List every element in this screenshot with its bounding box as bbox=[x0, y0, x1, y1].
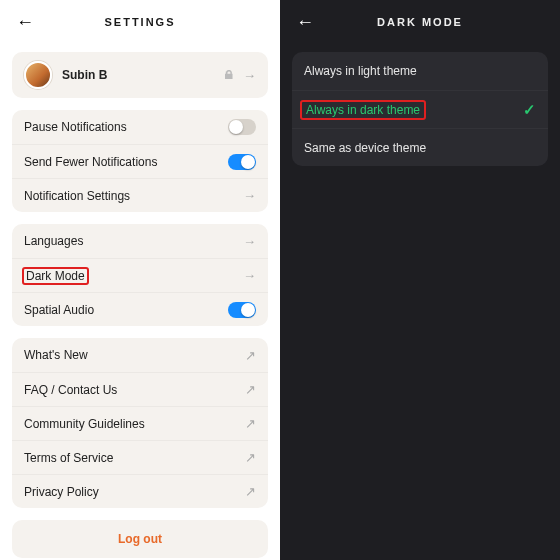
languages-row[interactable]: Languages → bbox=[12, 224, 268, 258]
settings-screen: ← SETTINGS Subin B 🔒︎ → Pause Notificati… bbox=[0, 0, 280, 560]
option-light-theme[interactable]: Always in light theme bbox=[292, 52, 548, 90]
settings-title: SETTINGS bbox=[0, 16, 280, 28]
links-group: What's New ↗ FAQ / Contact Us ↗ Communit… bbox=[12, 338, 268, 508]
whats-new-row[interactable]: What's New ↗ bbox=[12, 338, 268, 372]
external-link-icon: ↗ bbox=[245, 382, 256, 397]
pause-notifications-toggle[interactable] bbox=[228, 119, 256, 135]
notifications-group: Pause Notifications Send Fewer Notificat… bbox=[12, 110, 268, 212]
faq-row[interactable]: FAQ / Contact Us ↗ bbox=[12, 372, 268, 406]
guidelines-row[interactable]: Community Guidelines ↗ bbox=[12, 406, 268, 440]
check-icon: ✓ bbox=[523, 101, 536, 119]
row-label: FAQ / Contact Us bbox=[24, 383, 245, 397]
notification-settings-row[interactable]: Notification Settings → bbox=[12, 178, 268, 212]
dark-mode-options: Always in light theme Always in dark the… bbox=[292, 52, 548, 166]
option-label: Always in light theme bbox=[304, 64, 536, 78]
fewer-notifications-row[interactable]: Send Fewer Notifications bbox=[12, 144, 268, 178]
back-arrow-icon[interactable]: ← bbox=[296, 12, 314, 33]
preferences-group: Languages → Dark Mode → Spatial Audio bbox=[12, 224, 268, 326]
logout-label: Log out bbox=[118, 532, 162, 546]
settings-header: ← SETTINGS bbox=[0, 0, 280, 44]
spatial-audio-toggle[interactable] bbox=[228, 302, 256, 318]
tos-row[interactable]: Terms of Service ↗ bbox=[12, 440, 268, 474]
option-label: Always in dark theme bbox=[300, 100, 426, 120]
option-label: Same as device theme bbox=[304, 141, 536, 155]
row-label: Pause Notifications bbox=[24, 120, 228, 134]
avatar bbox=[24, 61, 52, 89]
external-link-icon: ↗ bbox=[245, 484, 256, 499]
fewer-notifications-toggle[interactable] bbox=[228, 154, 256, 170]
profile-row[interactable]: Subin B 🔒︎ → bbox=[12, 52, 268, 98]
row-label: Privacy Policy bbox=[24, 485, 245, 499]
external-link-icon: ↗ bbox=[245, 450, 256, 465]
row-label: Notification Settings bbox=[24, 189, 243, 203]
back-arrow-icon[interactable]: ← bbox=[16, 12, 34, 33]
row-label: What's New bbox=[24, 348, 245, 362]
chevron-right-icon: → bbox=[243, 188, 256, 203]
dark-mode-header: ← DARK MODE bbox=[280, 0, 560, 44]
chevron-right-icon: → bbox=[243, 234, 256, 249]
external-link-icon: ↗ bbox=[245, 416, 256, 431]
dark-mode-title: DARK MODE bbox=[280, 16, 560, 28]
dark-mode-screen: ← DARK MODE Always in light theme Always… bbox=[280, 0, 560, 560]
option-device-theme[interactable]: Same as device theme bbox=[292, 128, 548, 166]
row-label: Terms of Service bbox=[24, 451, 245, 465]
option-dark-theme[interactable]: Always in dark theme ✓ bbox=[292, 90, 548, 128]
spatial-audio-row[interactable]: Spatial Audio bbox=[12, 292, 268, 326]
row-label: Send Fewer Notifications bbox=[24, 155, 228, 169]
pause-notifications-row[interactable]: Pause Notifications bbox=[12, 110, 268, 144]
external-link-icon: ↗ bbox=[245, 348, 256, 363]
dark-mode-row[interactable]: Dark Mode → bbox=[12, 258, 268, 292]
profile-name: Subin B bbox=[62, 68, 107, 82]
logout-button[interactable]: Log out bbox=[12, 520, 268, 558]
privacy-row[interactable]: Privacy Policy ↗ bbox=[12, 474, 268, 508]
row-label: Spatial Audio bbox=[24, 303, 228, 317]
row-label: Languages bbox=[24, 234, 243, 248]
profile-group: Subin B 🔒︎ → bbox=[12, 52, 268, 98]
lock-icon: 🔒︎ bbox=[223, 68, 235, 82]
chevron-right-icon: → bbox=[243, 268, 256, 283]
row-label: Community Guidelines bbox=[24, 417, 245, 431]
chevron-right-icon: → bbox=[243, 68, 256, 83]
row-label: Dark Mode bbox=[22, 267, 89, 285]
